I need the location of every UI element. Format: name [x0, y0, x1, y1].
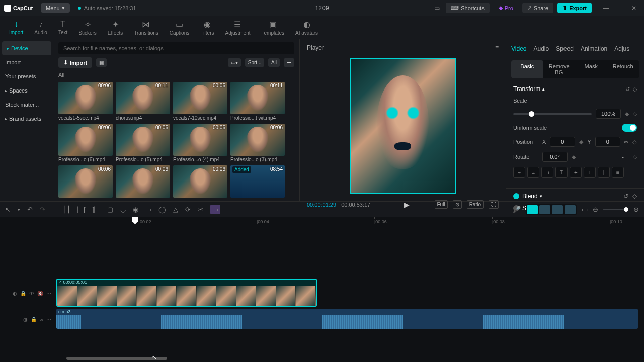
rot-stepper-icon[interactable]: ◆	[572, 154, 576, 160]
layout-icon[interactable]: ▭	[432, 3, 442, 14]
blend-expand-icon[interactable]: ▾	[540, 194, 542, 199]
full-button[interactable]: Full	[435, 200, 448, 209]
align-8-button[interactable]: ≡	[612, 167, 624, 178]
media-thumb[interactable]: 00:06	[116, 165, 170, 198]
collapse-icon[interactable]: ▴	[542, 86, 545, 92]
share-button[interactable]: ↗ Share	[522, 3, 553, 13]
zoom-slider[interactable]	[603, 209, 628, 210]
sort-button[interactable]: Sort ↕	[245, 58, 264, 67]
align-hcenter-button[interactable]: ⫠	[527, 167, 539, 178]
playhead[interactable]	[135, 217, 135, 358]
marker-in-icon[interactable]: ◡	[120, 206, 126, 213]
subtab-basic[interactable]: Basic	[511, 60, 543, 78]
prop-tab-animation[interactable]: Animation	[581, 43, 607, 54]
scope-icon[interactable]: ⊙	[453, 200, 462, 209]
rotate-input[interactable]: 0.0°	[542, 152, 568, 162]
x-stepper-icon[interactable]: ◆	[579, 139, 583, 145]
nav-brand-assets[interactable]: ▸Brand assets	[0, 112, 53, 126]
subtab-remove-bg[interactable]: Remove BG	[543, 60, 576, 78]
selection-mode-icon[interactable]: ▾	[18, 207, 20, 212]
split-right-icon[interactable]: ]⎸	[93, 206, 101, 214]
tab-filters[interactable]: ◉Filters	[195, 18, 219, 38]
media-thumb[interactable]: Added08:54	[230, 165, 285, 198]
export-button[interactable]: ⬆ Export	[557, 3, 592, 13]
nav-import[interactable]: Import	[0, 55, 53, 69]
tab-templates[interactable]: ▣Templates	[257, 18, 290, 38]
media-thumb[interactable]: 00:06	[58, 165, 113, 198]
rot-keyframe-icon[interactable]: ◇	[633, 154, 637, 160]
snap-2-button[interactable]	[539, 205, 550, 214]
close-button[interactable]: ✕	[628, 2, 640, 14]
track-view-icon[interactable]: ▭	[582, 206, 588, 213]
tab-adjustment[interactable]: ☰Adjustment	[220, 18, 255, 38]
media-thumb[interactable]: 00:06Professio...o (5).mp4	[116, 124, 170, 162]
zoom-out-icon[interactable]: ⊖	[593, 206, 598, 213]
selection-tool-icon[interactable]: ↖	[5, 206, 11, 213]
keyframe-transform-icon[interactable]: ◇	[633, 86, 637, 93]
crop-icon[interactable]: ✂	[198, 206, 203, 213]
redo-button[interactable]: ↷	[40, 206, 45, 213]
media-thumb[interactable]: 00:06Professio...o (6).mp4	[58, 124, 113, 162]
tab-text[interactable]: TText	[53, 18, 72, 37]
media-search-input[interactable]	[58, 42, 294, 54]
prop-tab-video[interactable]: Video	[511, 43, 526, 54]
split-icon[interactable]: ⎮⎮	[63, 206, 70, 213]
uniform-scale-toggle[interactable]	[622, 124, 637, 132]
tab-ai-avatars[interactable]: ◐AI avatars	[290, 18, 323, 38]
shortcuts-button[interactable]: ⌨ Shortcuts	[446, 3, 489, 13]
range-icon[interactable]: ▭	[145, 206, 151, 213]
snap-3-button[interactable]	[552, 205, 563, 214]
tab-effects[interactable]: ✦Effects	[103, 18, 128, 38]
track-lock-icon[interactable]: 🔒	[20, 291, 26, 296]
undo-button[interactable]: ↶	[27, 206, 33, 213]
fullscreen-icon[interactable]: ⛶	[489, 200, 499, 209]
snap-4-button[interactable]	[565, 205, 576, 214]
transform-heading[interactable]: Transform	[513, 85, 540, 93]
mic-icon[interactable]: 🎤	[513, 206, 521, 213]
tab-audio[interactable]: ♪Audio	[29, 18, 52, 37]
media-thumb[interactable]: 00:06	[173, 165, 227, 198]
prop-tab-adjus[interactable]: Adjus	[614, 43, 629, 54]
marker-icon[interactable]: ◉	[133, 206, 138, 213]
media-thumb[interactable]: 00:06vocals1-5sec.mp4	[58, 82, 113, 121]
prop-tab-audio[interactable]: Audio	[533, 43, 549, 54]
player-viewport[interactable]	[300, 56, 506, 196]
subtab-mask[interactable]: Mask	[575, 60, 607, 78]
scale-slider[interactable]	[513, 113, 592, 115]
ratio-button[interactable]: Ratio	[467, 200, 484, 209]
timeline-ruler[interactable]: 00:02|00:04|00:06|00:08|00:10	[0, 217, 644, 228]
view-mode-toggle[interactable]: ▭▾	[228, 58, 241, 67]
prop-tab-speed[interactable]: Speed	[556, 43, 574, 54]
player-menu-icon[interactable]: ≡	[495, 44, 499, 51]
blend-reset-icon[interactable]: ↺	[623, 193, 628, 200]
volume-icon[interactable]: ≡	[375, 202, 378, 208]
captions-tool-icon[interactable]: ▭	[210, 205, 220, 214]
media-thumb[interactable]: 00:11Professio...t wit.mp4	[230, 82, 285, 121]
media-thumb[interactable]: 00:06Professio...o (4).mp4	[173, 124, 227, 162]
video-clip[interactable]: 4 00:00:05:01	[56, 279, 317, 307]
nav-device[interactable]: ▸Device	[2, 41, 51, 55]
play-button[interactable]: ▶	[404, 201, 410, 209]
audio-track-toggle-icon[interactable]: ◑	[23, 317, 28, 322]
track-toggle-icon[interactable]: ◐	[13, 291, 17, 296]
link-xy-icon[interactable]: ∞	[624, 139, 628, 145]
tab-transitions[interactable]: ⋈Transitions	[129, 18, 164, 38]
nav-spaces[interactable]: ▸Spaces	[0, 83, 53, 98]
blend-keyframe-icon[interactable]: ◇	[632, 193, 637, 200]
mirror-icon[interactable]: △	[173, 206, 178, 213]
tab-captions[interactable]: ▭Captions	[165, 18, 194, 38]
align-7-button[interactable]: |	[598, 167, 610, 178]
import-button[interactable]: ⬇ Import	[58, 57, 92, 68]
nav-stock-mater-[interactable]: Stock mater...	[0, 98, 53, 112]
filter-icon[interactable]: ☰	[284, 58, 294, 67]
audio-track-link-icon[interactable]: ∞	[40, 317, 43, 322]
nav-your-presets[interactable]: Your presets	[0, 69, 53, 83]
reset-transform-icon[interactable]: ↺	[625, 86, 630, 93]
timeline[interactable]: 00:02|00:04|00:06|00:08|00:10 ◐ 🔒 👁 🔇 ⋯ …	[0, 217, 644, 362]
audio-track-lock-icon[interactable]: 🔒	[31, 317, 37, 322]
snap-1-button[interactable]	[527, 205, 538, 214]
media-thumb[interactable]: 00:06vocals7-10sec.mp4	[173, 82, 227, 121]
track-visible-icon[interactable]: 👁	[29, 291, 34, 296]
grid-view-icon[interactable]: ▦	[96, 58, 107, 67]
align-top-button[interactable]: T	[555, 167, 568, 178]
